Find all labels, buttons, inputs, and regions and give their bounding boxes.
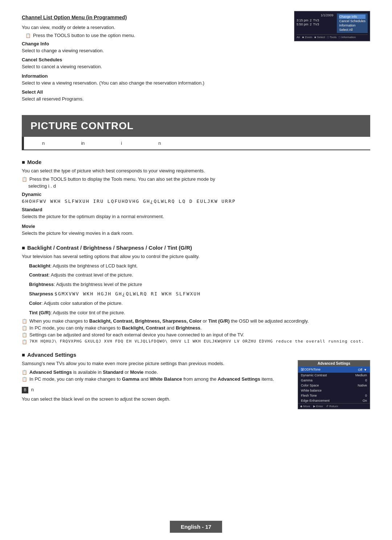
advanced-note1: 📋 Advanced Settings is available in Stan… — [22, 369, 290, 375]
menu-item-cancel: Cancel Schedules — [339, 19, 366, 23]
black-tone-desc: You can select the black level on the sc… — [22, 396, 290, 403]
dynamic-heading: Dynamic — [22, 192, 370, 197]
mode-desc1: You can select the type of picture which… — [22, 167, 370, 175]
adv-row-color-space: Color Space Native — [298, 383, 370, 388]
advanced-main-layout: Samsung's new TVs allow you to make even… — [22, 360, 370, 409]
backlight-note4-text: 7KH HQHUJ\ FRQVXPHG GXULQJ XVH FDQ EH VL… — [29, 339, 364, 344]
menu-box: Change Info Cancel Schedules Information… — [337, 13, 368, 33]
backlight-text: Backlight: Adjusts the brightness of LCD… — [29, 262, 370, 270]
advanced-heading: ■ Advanced Settings — [22, 352, 370, 358]
information-heading: Information — [22, 73, 287, 79]
sharpness-text: Sharpness $GMXVWV WKH HGJH GH¿QLWLRQ RI … — [29, 290, 370, 298]
channel-note1: 📋 Press the TOOLS button to use the opti… — [22, 33, 287, 38]
select-all-heading: Select All — [22, 89, 287, 95]
channel-intro: You can view, modify or delete a reserva… — [22, 24, 287, 31]
adv-row-dynamic-contrast: Dynamic Contrast Medium — [298, 373, 370, 378]
backlight-note1-text: When you make changes to Backlight, Cont… — [29, 318, 309, 324]
backlight-intro: Your television has several setting opti… — [22, 253, 370, 261]
backlight-note3-text: Settings can be adjusted and stored for … — [29, 332, 244, 338]
backlight-note2: 📋 In PC mode, you can only make changes … — [22, 325, 370, 331]
menu-item-info: Information — [339, 23, 366, 28]
backlight-r-marker: ■ — [22, 245, 25, 251]
note-icon-5: 📋 — [22, 332, 27, 338]
nav-item-4[interactable]: n — [140, 137, 179, 150]
dynamic-encoded-text: 6HOHFWV WKH SLFWXUH IRU LQFUHDVHG GH¿QLW… — [22, 199, 370, 204]
screenshot-entry-1: 3:15 pm 2 TV3 — [297, 19, 333, 22]
mode-heading: ■ Mode — [22, 159, 370, 165]
screenshot-inner: Change Info Cancel Schedules Information… — [297, 13, 368, 33]
standard-text: Selects the picture for the optimum disp… — [22, 213, 370, 221]
adv-row-white-balance: White balance — [298, 388, 370, 393]
backlight-note4: 📋 7KH HQHUJ\ FRQVXPHG GXULQJ XVH FDQ EH … — [22, 339, 370, 344]
picture-control-banner: PICTURE CONTROL — [22, 115, 370, 137]
channel-section-heading: Channel List Option Menu (in Programmed) — [22, 15, 287, 20]
advanced-section: ■ Advanced Settings Samsung's new TVs al… — [22, 352, 370, 409]
menu-item-selectall: Select All — [339, 28, 366, 32]
note-icon-3: 📋 — [22, 319, 27, 324]
nav-bar: n in i n — [22, 137, 370, 150]
adv-row-edge: Edge Enhancement On — [298, 398, 370, 403]
note-icon-7: 📋 — [22, 370, 27, 375]
adv-nav: ◆ Move ▶ Enter ↺ Return — [298, 403, 370, 409]
adv-row-flesh-tone: Flesh Tone 0 — [298, 393, 370, 398]
note-icon-6: 📋 — [22, 339, 27, 344]
brightness-text: Brightness: Adjusts the brightness level… — [29, 281, 370, 289]
color-text: Color: Adjusts color saturation of the p… — [29, 300, 370, 307]
backlight-heading: ■ Backlight / Contrast / Brightness / Sh… — [22, 245, 370, 251]
menu-item-change: Change Info — [339, 15, 366, 19]
select-all-text: Select all reserved Programs. — [22, 95, 287, 103]
adv-box: Advanced Settings 陂ODFNTone Off ▼ Dynami… — [298, 360, 370, 409]
backlight-note2-text: In PC mode, you can only make changes to… — [29, 325, 202, 331]
contrast-text: Contrast: Adjusts the contrast level of … — [29, 271, 370, 279]
backlight-title: Backlight / Contrast / Brightness / Shar… — [27, 245, 192, 251]
movie-text: Selects the picture for viewing movies i… — [22, 230, 370, 237]
black-tone-label-line: B n — [22, 386, 290, 394]
change-info-heading: Change Info — [22, 41, 287, 46]
note-icon-8: 📋 — [22, 377, 27, 382]
channel-list-section: Channel List Option Menu (in Programmed)… — [22, 15, 370, 104]
advanced-title: Advanced Settings — [27, 352, 76, 358]
backlight-section: ■ Backlight / Contrast / Brightness / Sh… — [22, 245, 370, 345]
nav-items: n in i n — [24, 137, 370, 150]
advanced-note2-text: In PC mode, you can only make changes to… — [29, 376, 274, 382]
mode-title: Mode — [27, 159, 41, 165]
screenshot-box: Change Info Cancel Schedules Information… — [294, 11, 370, 41]
channel-main-layout: Channel List Option Menu (in Programmed)… — [22, 15, 370, 104]
screenshot-nav: Air ■ Zoom ■ Select □ Tools □ Informatio… — [297, 34, 368, 39]
page-footer: English - 17 — [170, 521, 222, 533]
backlight-note1: 📋 When you make changes to Backlight, Co… — [22, 318, 370, 324]
adv-title-bar: Advanced Settings — [298, 360, 370, 367]
change-info-text: Select to change a viewing reservation. — [22, 47, 287, 54]
information-text: Select to view a viewing reservation. (Y… — [22, 79, 287, 87]
backlight-items: Backlight: Adjusts the brightness of LCD… — [22, 262, 370, 317]
nav-item-2[interactable]: in — [63, 137, 103, 150]
advanced-note2: 📋 In PC mode, you can only make changes … — [22, 376, 290, 382]
nav-item-1[interactable]: n — [24, 137, 63, 150]
backlight-note3: 📋 Settings can be adjusted and stored fo… — [22, 332, 370, 338]
nav-item-3[interactable]: i — [103, 137, 140, 150]
mode-note1: 📋 Press the TOOLS button to display the … — [22, 176, 370, 182]
mode-r-marker: ■ — [22, 159, 25, 165]
advanced-note1-text: Advanced Settings is available in Standa… — [29, 369, 158, 375]
note-icon-4: 📋 — [22, 326, 27, 331]
adv-row-black-tone: 陂ODFNTone Off ▼ — [298, 367, 370, 373]
b-label: B — [22, 387, 28, 393]
note-icon-2: 📋 — [22, 177, 27, 182]
advanced-screenshot: Advanced Settings 陂ODFNTone Off ▼ Dynami… — [298, 360, 370, 409]
adv-row-gamma: Gamma 0 — [298, 378, 370, 383]
movie-heading: Movie — [22, 224, 370, 229]
channel-screenshot: Change Info Cancel Schedules Information… — [294, 11, 370, 104]
advanced-r-marker: ■ — [22, 352, 25, 358]
channel-text: Channel List Option Menu (in Programmed)… — [22, 15, 287, 104]
advanced-text: Samsung's new TVs allow you to make even… — [22, 360, 290, 405]
standard-heading: Standard — [22, 207, 370, 212]
mode-note1b: selecting i . d — [22, 183, 370, 189]
advanced-desc1: Samsung's new TVs allow you to make even… — [22, 360, 290, 368]
black-tone-n: n — [31, 387, 34, 392]
screenshot-entry-2: 5:50 pm 2 TV3 — [297, 22, 333, 26]
tint-text: Tint (G/R): Adjusts the color tint of th… — [29, 309, 370, 317]
mode-section: ■ Mode You can select the type of pictur… — [22, 159, 370, 237]
cancel-schedules-heading: Cancel Schedules — [22, 57, 287, 62]
cancel-schedules-text: Select to cancel a viewing reservation. — [22, 63, 287, 70]
note-icon: 📋 — [25, 33, 31, 38]
